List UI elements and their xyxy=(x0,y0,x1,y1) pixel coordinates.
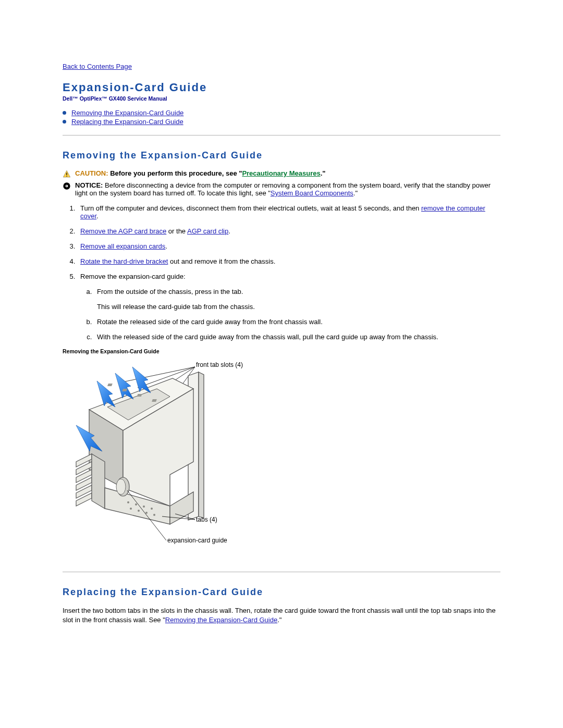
caution-icon xyxy=(63,170,71,178)
removing-guide-link[interactable]: Removing the Expansion-Card Guide xyxy=(165,616,277,624)
caution-row: CAUTION: Before you perform this procedu… xyxy=(63,169,500,178)
caution-body-post: ." xyxy=(321,169,326,177)
precautionary-measures-link[interactable]: Precautionary Measures xyxy=(242,169,320,177)
svg-rect-14 xyxy=(107,384,113,386)
step-2-post: . xyxy=(228,227,230,235)
step-2-mid: or the xyxy=(166,227,187,235)
substeps: From the outside of the chassis, press i… xyxy=(80,288,500,341)
back-to-contents-link[interactable]: Back to Contents Page xyxy=(63,63,132,70)
step-4: Rotate the hard-drive bracket out and re… xyxy=(77,257,500,265)
svg-point-10 xyxy=(145,512,148,514)
step-1-post: . xyxy=(96,212,99,220)
procedure-steps: Turn off the computer and devices, disco… xyxy=(64,204,500,341)
rotate-bracket-link[interactable]: Rotate the hard-drive bracket xyxy=(80,257,168,265)
notice-body-post: ." xyxy=(353,189,358,197)
caution-text: CAUTION: Before you perform this procedu… xyxy=(75,169,325,177)
svg-point-11 xyxy=(153,514,155,516)
notice-row: NOTICE: Before disconnecting a device fr… xyxy=(63,181,500,197)
manual-subtitle: Dell™ OptiPlex™ GX400 Service Manual xyxy=(63,95,500,102)
step-4-post: out and remove it from the chassis. xyxy=(168,257,275,265)
svg-point-7 xyxy=(151,508,153,510)
toc-link-removing[interactable]: Removing the Expansion-Card Guide xyxy=(71,109,183,117)
figure-caption: Removing the Expansion-Card Guide xyxy=(63,348,500,354)
page-title: Expansion-Card Guide xyxy=(63,81,500,94)
bullet-icon xyxy=(63,120,66,124)
svg-point-13 xyxy=(116,479,126,495)
notice-icon xyxy=(63,182,71,190)
svg-point-9 xyxy=(138,510,140,512)
agp-card-clip-link[interactable]: AGP card clip xyxy=(187,227,228,235)
expansion-card-guide-diagram: front tab slots (4) xyxy=(66,357,500,557)
step-1-pre: Turn off the computer and devices, disco… xyxy=(80,204,421,212)
system-board-components-link[interactable]: System Board Components xyxy=(271,189,353,197)
step-5-intro: Remove the expansion-card guide: xyxy=(80,273,186,280)
back-link-row: Back to Contents Page xyxy=(63,63,500,70)
bullet-icon xyxy=(63,111,66,115)
diagram-label-tabs: tabs (4) xyxy=(196,516,217,523)
toc-link-replacing[interactable]: Replacing the Expansion-Card Guide xyxy=(71,118,183,126)
step-3-post: . xyxy=(165,242,167,250)
substep-c: With the released side of the card guide… xyxy=(94,333,500,341)
substep-b: Rotate the released side of the card gui… xyxy=(94,318,500,326)
table-of-contents: Removing the Expansion-Card Guide Replac… xyxy=(63,109,500,126)
svg-rect-2 xyxy=(66,176,67,176)
svg-point-5 xyxy=(135,503,137,505)
remove-expansion-cards-link[interactable]: Remove all expansion cards xyxy=(80,242,165,250)
section-heading-removing: Removing the Expansion-Card Guide xyxy=(63,150,500,161)
svg-point-4 xyxy=(127,501,129,503)
divider xyxy=(63,572,500,572)
section-heading-replacing: Replacing the Expansion-Card Guide xyxy=(63,587,500,598)
notice-text: NOTICE: Before disconnecting a device fr… xyxy=(75,181,500,197)
diagram-label-guide: expansion-card guide xyxy=(167,537,227,544)
notice-label: NOTICE: xyxy=(75,181,103,189)
substep-a-note: This will release the card-guide tab fro… xyxy=(97,303,500,311)
svg-point-6 xyxy=(143,505,145,508)
divider xyxy=(63,135,500,135)
svg-rect-1 xyxy=(66,172,67,175)
step-1: Turn off the computer and devices, disco… xyxy=(77,204,500,220)
replacing-paragraph: Insert the two bottom tabs in the slots … xyxy=(63,606,500,624)
caution-label: CAUTION: xyxy=(75,169,108,177)
toc-item: Replacing the Expansion-Card Guide xyxy=(63,118,500,126)
step-5: Remove the expansion-card guide: From th… xyxy=(77,273,500,341)
svg-point-8 xyxy=(130,508,132,510)
step-3: Remove all expansion cards. xyxy=(77,242,500,250)
diagram-label-front-slots: front tab slots (4) xyxy=(196,361,243,368)
substep-a-text: From the outside of the chassis, press i… xyxy=(97,288,243,295)
toc-item: Removing the Expansion-Card Guide xyxy=(63,109,500,117)
replacing-text-post: ." xyxy=(277,616,282,624)
step-2: Remove the AGP card brace or the AGP car… xyxy=(77,227,500,235)
remove-agp-brace-link[interactable]: Remove the AGP card brace xyxy=(80,227,166,235)
caution-body-pre: Before you perform this procedure, see " xyxy=(108,169,242,177)
substep-a: From the outside of the chassis, press i… xyxy=(94,288,500,311)
